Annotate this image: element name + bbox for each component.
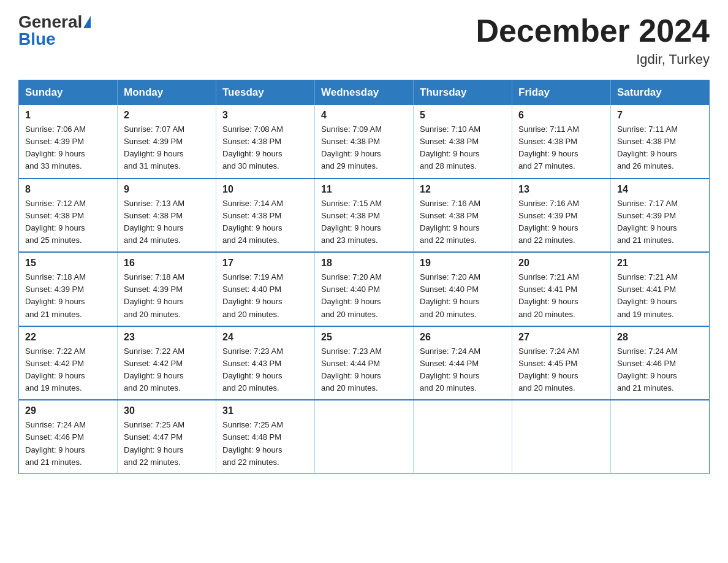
calendar-day-cell: 7 Sunrise: 7:11 AM Sunset: 4:38 PM Dayli…: [611, 105, 710, 178]
calendar-day-cell: 8 Sunrise: 7:12 AM Sunset: 4:38 PM Dayli…: [19, 178, 118, 253]
calendar-day-cell: [315, 400, 414, 473]
calendar-day-cell: [414, 400, 512, 473]
calendar-day-cell: 24 Sunrise: 7:23 AM Sunset: 4:43 PM Dayl…: [216, 326, 315, 400]
day-number: 30: [124, 405, 210, 416]
page-header: General Blue December 2024 Igdir, Turkey: [18, 12, 710, 67]
day-number: 18: [321, 258, 407, 269]
calendar-week-row: 22 Sunrise: 7:22 AM Sunset: 4:42 PM Dayl…: [19, 326, 710, 400]
day-info: Sunrise: 7:22 AM Sunset: 4:42 PM Dayligh…: [124, 345, 210, 395]
logo-blue-text: Blue: [18, 29, 56, 49]
calendar-table: SundayMondayTuesdayWednesdayThursdayFrid…: [18, 80, 710, 474]
calendar-day-cell: 9 Sunrise: 7:13 AM Sunset: 4:38 PM Dayli…: [118, 178, 216, 253]
day-number: 29: [25, 405, 111, 416]
day-number: 15: [25, 258, 111, 269]
day-number: 9: [124, 184, 210, 195]
calendar-day-cell: 31 Sunrise: 7:25 AM Sunset: 4:48 PM Dayl…: [216, 400, 315, 473]
day-info: Sunrise: 7:24 AM Sunset: 4:45 PM Dayligh…: [518, 345, 604, 395]
calendar-day-cell: 4 Sunrise: 7:09 AM Sunset: 4:38 PM Dayli…: [315, 105, 414, 178]
day-number: 12: [420, 184, 506, 195]
day-number: 17: [222, 258, 308, 269]
day-number: 13: [518, 184, 604, 195]
location: Igdir, Turkey: [476, 52, 710, 67]
calendar-header-row: SundayMondayTuesdayWednesdayThursdayFrid…: [19, 80, 710, 105]
calendar-week-row: 8 Sunrise: 7:12 AM Sunset: 4:38 PM Dayli…: [19, 178, 710, 253]
day-number: 11: [321, 184, 407, 195]
calendar-day-cell: [611, 400, 710, 473]
day-info: Sunrise: 7:22 AM Sunset: 4:42 PM Dayligh…: [25, 345, 111, 395]
day-info: Sunrise: 7:19 AM Sunset: 4:40 PM Dayligh…: [222, 271, 308, 321]
day-number: 31: [222, 405, 308, 416]
day-number: 3: [222, 110, 308, 121]
calendar-day-cell: 21 Sunrise: 7:21 AM Sunset: 4:41 PM Dayl…: [611, 252, 710, 326]
calendar-day-cell: 29 Sunrise: 7:24 AM Sunset: 4:46 PM Dayl…: [19, 400, 118, 473]
day-number: 10: [222, 184, 308, 195]
title-section: December 2024 Igdir, Turkey: [476, 12, 710, 67]
day-number: 23: [124, 332, 210, 343]
calendar-day-cell: 17 Sunrise: 7:19 AM Sunset: 4:40 PM Dayl…: [216, 252, 315, 326]
day-number: 20: [518, 258, 604, 269]
calendar-day-cell: 14 Sunrise: 7:17 AM Sunset: 4:39 PM Dayl…: [611, 178, 710, 253]
calendar-day-cell: 6 Sunrise: 7:11 AM Sunset: 4:38 PM Dayli…: [512, 105, 611, 178]
calendar-day-cell: 27 Sunrise: 7:24 AM Sunset: 4:45 PM Dayl…: [512, 326, 611, 400]
day-info: Sunrise: 7:11 AM Sunset: 4:38 PM Dayligh…: [518, 123, 604, 173]
calendar-day-cell: 22 Sunrise: 7:22 AM Sunset: 4:42 PM Dayl…: [19, 326, 118, 400]
calendar-day-cell: [512, 400, 611, 473]
calendar-day-cell: 11 Sunrise: 7:15 AM Sunset: 4:38 PM Dayl…: [315, 178, 414, 253]
day-info: Sunrise: 7:09 AM Sunset: 4:38 PM Dayligh…: [321, 123, 407, 173]
col-header-thursday: Thursday: [414, 80, 512, 105]
calendar-day-cell: 1 Sunrise: 7:06 AM Sunset: 4:39 PM Dayli…: [19, 105, 118, 178]
day-info: Sunrise: 7:25 AM Sunset: 4:47 PM Dayligh…: [124, 419, 210, 469]
calendar-day-cell: 2 Sunrise: 7:07 AM Sunset: 4:39 PM Dayli…: [118, 105, 216, 178]
day-info: Sunrise: 7:11 AM Sunset: 4:38 PM Dayligh…: [617, 123, 703, 173]
day-info: Sunrise: 7:23 AM Sunset: 4:44 PM Dayligh…: [321, 345, 407, 395]
day-number: 27: [518, 332, 604, 343]
day-info: Sunrise: 7:14 AM Sunset: 4:38 PM Dayligh…: [222, 197, 308, 247]
day-number: 16: [124, 258, 210, 269]
day-number: 8: [25, 184, 111, 195]
day-number: 14: [617, 184, 703, 195]
day-info: Sunrise: 7:20 AM Sunset: 4:40 PM Dayligh…: [420, 271, 506, 321]
day-info: Sunrise: 7:16 AM Sunset: 4:38 PM Dayligh…: [420, 197, 506, 247]
calendar-day-cell: 23 Sunrise: 7:22 AM Sunset: 4:42 PM Dayl…: [118, 326, 216, 400]
month-title: December 2024: [476, 12, 710, 49]
calendar-week-row: 29 Sunrise: 7:24 AM Sunset: 4:46 PM Dayl…: [19, 400, 710, 473]
day-info: Sunrise: 7:16 AM Sunset: 4:39 PM Dayligh…: [518, 197, 604, 247]
day-info: Sunrise: 7:17 AM Sunset: 4:39 PM Dayligh…: [617, 197, 703, 247]
day-info: Sunrise: 7:06 AM Sunset: 4:39 PM Dayligh…: [25, 123, 111, 173]
calendar-day-cell: 20 Sunrise: 7:21 AM Sunset: 4:41 PM Dayl…: [512, 252, 611, 326]
day-number: 1: [25, 110, 111, 121]
calendar-day-cell: 10 Sunrise: 7:14 AM Sunset: 4:38 PM Dayl…: [216, 178, 315, 253]
day-number: 5: [420, 110, 506, 121]
day-info: Sunrise: 7:24 AM Sunset: 4:46 PM Dayligh…: [25, 419, 111, 469]
calendar-week-row: 1 Sunrise: 7:06 AM Sunset: 4:39 PM Dayli…: [19, 105, 710, 178]
day-number: 7: [617, 110, 703, 121]
day-number: 26: [420, 332, 506, 343]
day-info: Sunrise: 7:25 AM Sunset: 4:48 PM Dayligh…: [222, 419, 308, 469]
col-header-tuesday: Tuesday: [216, 80, 315, 105]
calendar-day-cell: 5 Sunrise: 7:10 AM Sunset: 4:38 PM Dayli…: [414, 105, 512, 178]
day-info: Sunrise: 7:20 AM Sunset: 4:40 PM Dayligh…: [321, 271, 407, 321]
day-info: Sunrise: 7:10 AM Sunset: 4:38 PM Dayligh…: [420, 123, 506, 173]
calendar-day-cell: 13 Sunrise: 7:16 AM Sunset: 4:39 PM Dayl…: [512, 178, 611, 253]
calendar-day-cell: 12 Sunrise: 7:16 AM Sunset: 4:38 PM Dayl…: [414, 178, 512, 253]
col-header-monday: Monday: [118, 80, 216, 105]
day-info: Sunrise: 7:24 AM Sunset: 4:46 PM Dayligh…: [617, 345, 703, 395]
calendar-day-cell: 30 Sunrise: 7:25 AM Sunset: 4:47 PM Dayl…: [118, 400, 216, 473]
calendar-day-cell: 16 Sunrise: 7:18 AM Sunset: 4:39 PM Dayl…: [118, 252, 216, 326]
day-info: Sunrise: 7:08 AM Sunset: 4:38 PM Dayligh…: [222, 123, 308, 173]
day-info: Sunrise: 7:21 AM Sunset: 4:41 PM Dayligh…: [518, 271, 604, 321]
col-header-wednesday: Wednesday: [315, 80, 414, 105]
day-number: 2: [124, 110, 210, 121]
day-number: 24: [222, 332, 308, 343]
day-number: 22: [25, 332, 111, 343]
day-info: Sunrise: 7:23 AM Sunset: 4:43 PM Dayligh…: [222, 345, 308, 395]
day-number: 4: [321, 110, 407, 121]
logo: General Blue: [18, 12, 91, 49]
day-info: Sunrise: 7:12 AM Sunset: 4:38 PM Dayligh…: [25, 197, 111, 247]
calendar-day-cell: 18 Sunrise: 7:20 AM Sunset: 4:40 PM Dayl…: [315, 252, 414, 326]
day-number: 25: [321, 332, 407, 343]
day-number: 6: [518, 110, 604, 121]
calendar-day-cell: 19 Sunrise: 7:20 AM Sunset: 4:40 PM Dayl…: [414, 252, 512, 326]
day-number: 28: [617, 332, 703, 343]
calendar-day-cell: 15 Sunrise: 7:18 AM Sunset: 4:39 PM Dayl…: [19, 252, 118, 326]
